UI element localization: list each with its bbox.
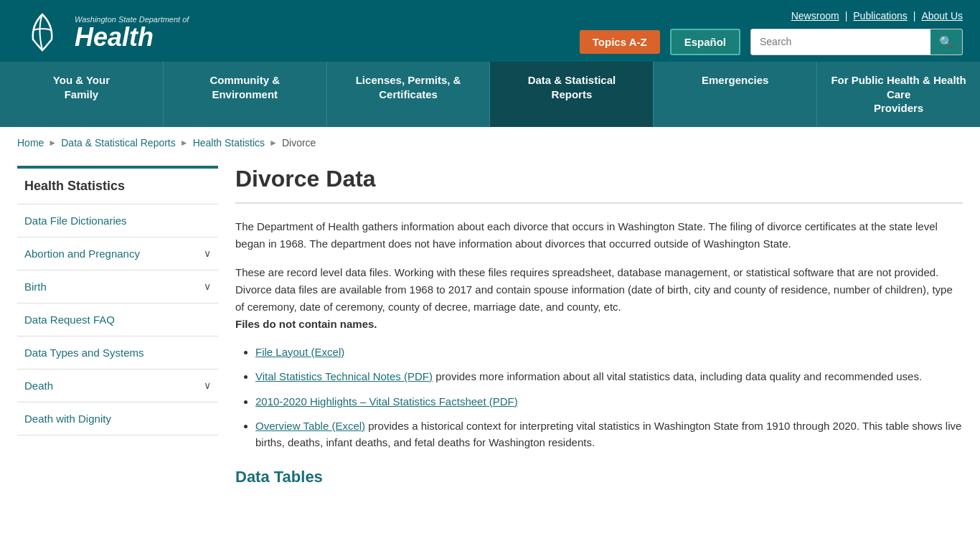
breadcrumb-sep-2: ►: [180, 138, 189, 148]
sidebar-title: Health Statistics: [17, 169, 218, 204]
nav-providers[interactable]: For Public Health & Health CareProviders: [817, 62, 980, 127]
sidebar-item-data-request[interactable]: Data Request FAQ: [17, 303, 218, 336]
header-right: Newsroom | Publications | About Us Topic…: [580, 10, 963, 55]
breadcrumb: Home ► Data & Statistical Reports ► Heal…: [0, 127, 980, 159]
sidebar-label-data-request: Data Request FAQ: [24, 314, 115, 326]
content-para-2: These are record level data files. Worki…: [235, 264, 963, 333]
data-tables-heading: Data Tables: [235, 468, 963, 486]
page-title: Divorce Data: [235, 166, 963, 204]
breadcrumb-current: Divorce: [282, 137, 316, 149]
main-content: Divorce Data The Department of Health ga…: [235, 159, 963, 496]
nav-data-reports[interactable]: Data & StatisticalReports: [490, 62, 654, 127]
breadcrumb-sep-3: ►: [269, 138, 278, 148]
top-links: Newsroom | Publications | About Us: [791, 10, 963, 22]
files-no-names: Files do not contain names.: [235, 318, 377, 330]
newsroom-link[interactable]: Newsroom: [791, 10, 839, 22]
nav-licenses[interactable]: Licenses, Permits, &Certificates: [327, 62, 491, 127]
vital-stats-link[interactable]: Vital Statistics Technical Notes (PDF): [255, 370, 433, 382]
chevron-death-icon: ∨: [204, 380, 211, 391]
logo[interactable]: Washington State Department of Health: [17, 7, 189, 57]
sidebar-label-data-types: Data Types and Systems: [24, 347, 143, 359]
sidebar: Health Statistics Data File Dictionaries…: [17, 166, 218, 496]
sidebar-item-death[interactable]: Death ∨: [17, 369, 218, 402]
list-item-file-layout: File Layout (Excel): [255, 344, 963, 361]
nav-emergencies[interactable]: Emergencies: [654, 62, 817, 127]
list-item-highlights: 2010-2020 Highlights – Vital Statistics …: [255, 394, 963, 410]
chevron-abortion-icon: ∨: [204, 248, 211, 259]
page-body: Health Statistics Data File Dictionaries…: [0, 159, 980, 524]
overview-link[interactable]: Overview Table (Excel): [255, 420, 365, 432]
search-bar: 🔍: [750, 29, 963, 55]
topics-az-button[interactable]: Topics A-Z: [580, 30, 660, 54]
sidebar-item-birth[interactable]: Birth ∨: [17, 270, 218, 303]
chevron-birth-icon: ∨: [204, 281, 211, 292]
publications-link[interactable]: Publications: [853, 10, 908, 22]
list-item-overview: Overview Table (Excel) provides a histor…: [255, 418, 963, 451]
sidebar-label-death: Death: [24, 380, 53, 392]
main-nav: You & YourFamily Community &Environment …: [0, 62, 980, 127]
sep1: |: [845, 10, 848, 22]
dept-name-text: Washington State Department of: [75, 14, 189, 24]
sidebar-item-abortion[interactable]: Abortion and Pregnancy ∨: [17, 237, 218, 270]
breadcrumb-sep-1: ►: [48, 138, 57, 148]
search-input[interactable]: [751, 30, 930, 53]
sidebar-label-abortion: Abortion and Pregnancy: [24, 248, 140, 260]
search-icon: 🔍: [939, 36, 953, 48]
vital-stats-rest: provides more information about all vita…: [435, 370, 922, 382]
nav-community[interactable]: Community &Environment: [164, 62, 327, 127]
breadcrumb-data-reports[interactable]: Data & Statistical Reports: [61, 137, 176, 149]
list-item-vital-stats: Vital Statistics Technical Notes (PDF) p…: [255, 369, 963, 385]
content-para-2-text: These are record level data files. Worki…: [235, 266, 953, 313]
breadcrumb-health-statistics[interactable]: Health Statistics: [193, 137, 265, 149]
search-button[interactable]: 🔍: [930, 29, 962, 55]
health-logo-text: Health: [75, 24, 189, 50]
espanol-button[interactable]: Español: [670, 29, 740, 55]
breadcrumb-home[interactable]: Home: [17, 137, 44, 149]
highlights-link[interactable]: 2010-2020 Highlights – Vital Statistics …: [255, 395, 518, 408]
sep2: |: [913, 10, 916, 22]
sidebar-label-birth: Birth: [24, 281, 47, 293]
sidebar-item-data-file-dicts[interactable]: Data File Dictionaries: [17, 204, 218, 237]
nav-you-family[interactable]: You & YourFamily: [0, 62, 164, 127]
content-para-1: The Department of Health gathers informa…: [235, 218, 963, 253]
sidebar-item-data-types[interactable]: Data Types and Systems: [17, 336, 218, 369]
sidebar-item-death-with-dignity[interactable]: Death with Dignity: [17, 402, 218, 435]
content-links-list: File Layout (Excel) Vital Statistics Tec…: [235, 344, 963, 451]
sidebar-label-data-file-dicts: Data File Dictionaries: [24, 215, 127, 227]
file-layout-link[interactable]: File Layout (Excel): [255, 346, 344, 358]
sidebar-label-death-dignity: Death with Dignity: [24, 413, 111, 425]
about-us-link[interactable]: About Us: [921, 10, 963, 22]
